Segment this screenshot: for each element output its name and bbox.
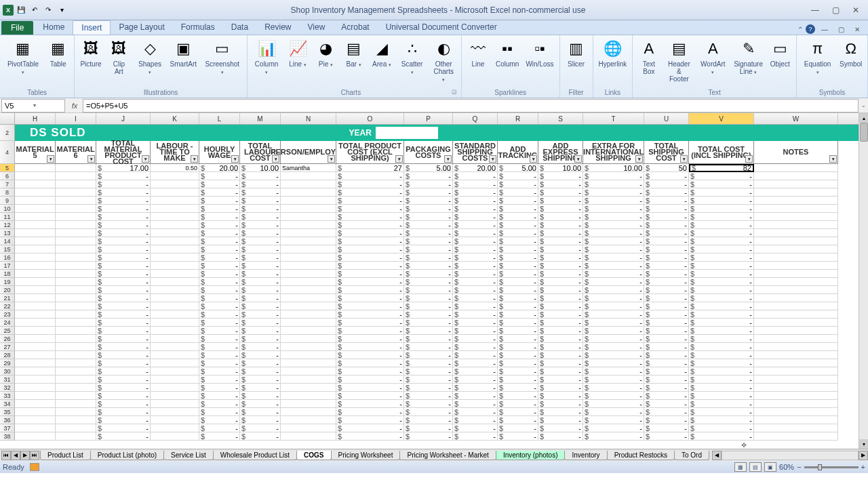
cell-N25[interactable] xyxy=(281,327,336,335)
cell-S30[interactable]: $- xyxy=(538,367,583,375)
zoom-slider[interactable] xyxy=(804,466,859,468)
cell-K10[interactable] xyxy=(151,205,199,213)
cell-H12[interactable] xyxy=(15,221,56,229)
cell-N35[interactable] xyxy=(281,408,336,416)
cell-J33[interactable]: $- xyxy=(96,392,151,400)
cell-S26[interactable]: $- xyxy=(538,335,583,343)
cell-H13[interactable] xyxy=(15,229,56,237)
cell-T30[interactable]: $- xyxy=(583,367,644,375)
cell-L38[interactable]: $- xyxy=(199,432,240,441)
cell-U19[interactable]: $- xyxy=(644,278,689,286)
column-button[interactable]: ▪▪Column xyxy=(493,37,521,69)
formula-expand-icon[interactable]: ⌄ xyxy=(859,102,868,108)
cell-L27[interactable]: $- xyxy=(199,343,240,351)
cell-H32[interactable] xyxy=(15,384,56,392)
cell-W21[interactable] xyxy=(754,294,838,302)
cell-L5[interactable]: $20.00 xyxy=(199,164,240,172)
cell-W26[interactable] xyxy=(754,335,838,343)
cell-R35[interactable]: $- xyxy=(498,408,538,416)
cell-I33[interactable] xyxy=(56,392,96,400)
col-header-M[interactable]: M xyxy=(240,113,281,124)
cell-M31[interactable]: $- xyxy=(240,375,281,384)
row-header-9[interactable]: 9 xyxy=(0,197,15,205)
cell-J25[interactable]: $- xyxy=(96,327,151,335)
cell-T6[interactable]: $- xyxy=(583,172,644,180)
cell-T22[interactable]: $- xyxy=(583,302,644,310)
cell-R16[interactable]: $- xyxy=(498,253,538,262)
cell-R15[interactable]: $- xyxy=(498,245,538,253)
cell-N34[interactable] xyxy=(281,400,336,408)
cell-J31[interactable]: $- xyxy=(96,375,151,384)
cell-M6[interactable]: $- xyxy=(240,172,281,180)
cell-N17[interactable] xyxy=(281,262,336,270)
cell-S5[interactable]: $10.00 xyxy=(538,164,583,172)
cell-W16[interactable] xyxy=(754,253,838,262)
cell-K12[interactable] xyxy=(151,221,199,229)
ribbon-tab-review[interactable]: Review xyxy=(256,20,299,35)
cell-V13[interactable]: $- xyxy=(689,229,754,237)
hscroll-left[interactable]: ◀ xyxy=(712,451,722,460)
cell-N8[interactable] xyxy=(281,188,336,197)
cell-M17[interactable]: $- xyxy=(240,262,281,270)
cell-M23[interactable]: $- xyxy=(240,310,281,319)
cell-K11[interactable] xyxy=(151,213,199,221)
filter-dropdown[interactable]: ▾ xyxy=(745,155,753,163)
cell-J30[interactable]: $- xyxy=(96,367,151,375)
cell-M35[interactable]: $- xyxy=(240,408,281,416)
cell-U13[interactable]: $- xyxy=(644,229,689,237)
cell-J32[interactable]: $- xyxy=(96,384,151,392)
cell-H14[interactable] xyxy=(15,237,56,245)
cell-N28[interactable] xyxy=(281,351,336,359)
cell-I21[interactable] xyxy=(56,294,96,302)
cell-P36[interactable]: $- xyxy=(404,416,453,424)
cell-J34[interactable]: $- xyxy=(96,400,151,408)
qat-redo[interactable]: ↷ xyxy=(42,4,54,16)
filter-dropdown[interactable]: ▾ xyxy=(680,155,688,163)
cell-W11[interactable] xyxy=(754,213,838,221)
cell-P8[interactable]: $- xyxy=(404,188,453,197)
col-header-K[interactable]: K xyxy=(151,113,199,124)
cell-M27[interactable]: $- xyxy=(240,343,281,351)
view-page-break[interactable]: ▣ xyxy=(764,462,776,472)
cell-U18[interactable]: $- xyxy=(644,270,689,278)
cell-K29[interactable] xyxy=(151,359,199,367)
cell-N6[interactable] xyxy=(281,172,336,180)
cell-P14[interactable]: $- xyxy=(404,237,453,245)
cell-J21[interactable]: $- xyxy=(96,294,151,302)
cell-V27[interactable]: $- xyxy=(689,343,754,351)
cell-Q8[interactable]: $- xyxy=(453,188,498,197)
sheet-tab[interactable]: Pricing Worksheet - Market xyxy=(399,451,496,460)
cell-O24[interactable]: $- xyxy=(336,319,404,327)
view-page-layout[interactable]: ▤ xyxy=(749,462,762,472)
cell-N10[interactable] xyxy=(281,205,336,213)
cell-O28[interactable]: $- xyxy=(336,351,404,359)
cell-R18[interactable]: $- xyxy=(498,270,538,278)
tab-nav-last[interactable]: ⏭ xyxy=(30,451,39,460)
sheet-tab[interactable]: COGS xyxy=(296,451,331,460)
cell-L37[interactable]: $- xyxy=(199,424,240,432)
col-header-S[interactable]: S xyxy=(538,113,583,124)
filter-dropdown[interactable]: ▾ xyxy=(191,155,198,163)
cell-O11[interactable]: $- xyxy=(336,213,404,221)
row-header-11[interactable]: 11 xyxy=(0,213,15,221)
cell-S23[interactable]: $- xyxy=(538,310,583,319)
cell-I7[interactable] xyxy=(56,180,96,188)
cell-K15[interactable] xyxy=(151,245,199,253)
filter-dropdown[interactable]: ▾ xyxy=(395,155,403,163)
cell-I15[interactable] xyxy=(56,245,96,253)
cell-K22[interactable] xyxy=(151,302,199,310)
cell-J36[interactable]: $- xyxy=(96,416,151,424)
sheet-tab[interactable]: Inventory xyxy=(564,451,607,460)
cell-N5[interactable]: Samantha xyxy=(281,164,336,172)
cell-Q28[interactable]: $- xyxy=(453,351,498,359)
cell-W9[interactable] xyxy=(754,197,838,205)
cell-L20[interactable]: $- xyxy=(199,286,240,294)
wordart-button[interactable]: AWordArt ▾ xyxy=(696,37,730,77)
cell-J5[interactable]: $17.00 xyxy=(96,164,151,172)
cell-P23[interactable]: $- xyxy=(404,310,453,319)
table-header[interactable]: EXTRA FOR INTERNATIONAL SHIPPING▾ xyxy=(583,141,644,164)
cell-K32[interactable] xyxy=(151,384,199,392)
cell-K28[interactable] xyxy=(151,351,199,359)
cell-V10[interactable]: $- xyxy=(689,205,754,213)
cell-U30[interactable]: $- xyxy=(644,367,689,375)
